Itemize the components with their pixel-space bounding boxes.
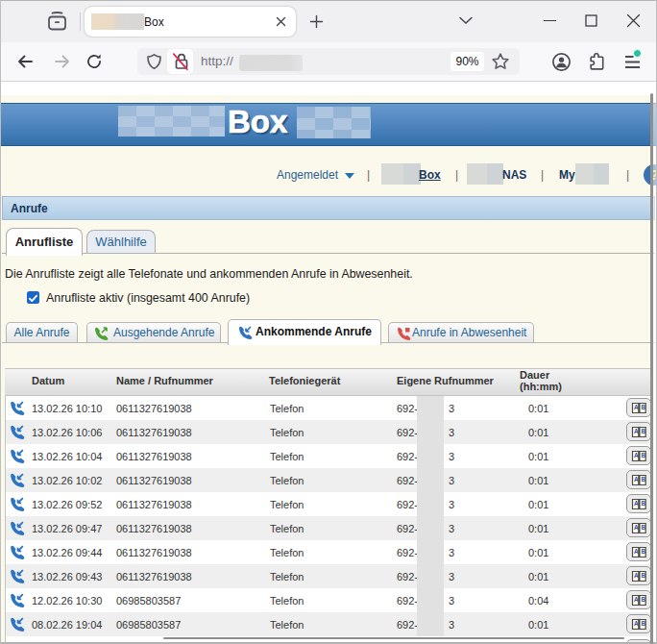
svg-text:A: A [634,500,639,507]
svg-text:B: B [642,572,646,579]
svg-text:B: B [642,548,646,555]
svg-text:A: A [634,404,639,410]
svg-text:B: B [642,524,646,531]
svg-text:B: B [642,428,646,434]
svg-text:A: A [634,452,639,458]
svg-text:A: A [634,620,639,627]
svg-text:A: A [634,524,639,531]
svg-text:B: B [642,500,646,507]
svg-text:A: A [634,572,639,579]
svg-text:A: A [634,476,639,483]
svg-text:B: B [642,404,646,410]
svg-text:B: B [642,596,646,603]
svg-text:A: A [634,548,639,555]
svg-text:A: A [634,596,639,603]
svg-text:A: A [634,428,639,434]
svg-text:B: B [642,620,646,627]
svg-text:B: B [642,452,646,458]
svg-text:B: B [642,476,646,483]
